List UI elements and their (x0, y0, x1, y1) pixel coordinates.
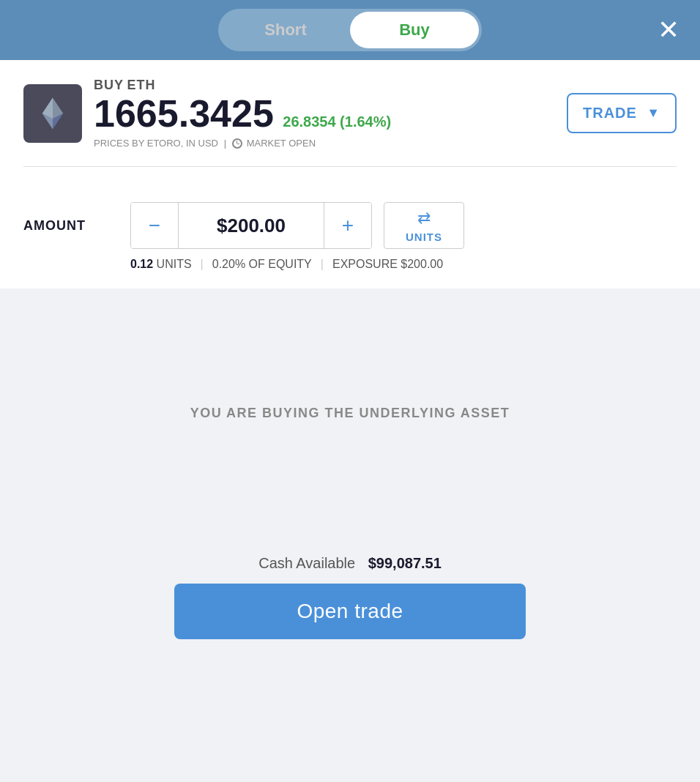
units-count: 0.12 (130, 258, 153, 271)
amount-control: − + (130, 202, 372, 249)
underlying-asset-notice: YOU ARE BUYING THE UNDERLYING ASSET (190, 406, 510, 421)
price-meta: PRICES BY ETORO, IN USD | MARKET OPEN (94, 138, 391, 149)
asset-details: BUY ETH 1665.3425 26.8354 (1.64%) PRICES… (94, 78, 391, 149)
amount-row: AMOUNT − + ⇄ UNITS (23, 202, 677, 249)
header: Short Buy ✕ (0, 0, 700, 60)
clock-icon (232, 138, 242, 149)
asset-row: BUY ETH 1665.3425 26.8354 (1.64%) PRICES… (23, 78, 677, 149)
cash-label: Cash Available (258, 555, 355, 571)
asset-symbol: ETH (127, 78, 155, 92)
chevron-down-icon: ▼ (647, 105, 660, 121)
trade-type-toggle: Short Buy (218, 9, 482, 51)
amount-section: AMOUNT − + ⇄ UNITS 0.12 UNITS | 0.20% OF… (0, 202, 700, 288)
action-label: BUY (94, 78, 124, 92)
price-row: 1665.3425 26.8354 (1.64%) (94, 93, 391, 135)
increase-button[interactable]: + (324, 203, 371, 248)
cash-available: Cash Available $99,087.51 (258, 555, 442, 572)
cash-value: $99,087.51 (368, 555, 442, 571)
asset-section: BUY ETH 1665.3425 26.8354 (1.64%) PRICES… (0, 60, 700, 202)
trade-label: TRADE (583, 105, 637, 122)
eth-logo (23, 84, 82, 143)
units-suffix: UNITS (153, 258, 191, 271)
separator: | (221, 138, 229, 149)
meta-sep-2: | (321, 258, 324, 271)
main-content: YOU ARE BUYING THE UNDERLYING ASSET (0, 288, 700, 537)
buy-button[interactable]: Buy (350, 12, 479, 48)
footer: Cash Available $99,087.51 Open trade (0, 537, 700, 663)
decrease-button[interactable]: − (131, 203, 178, 248)
short-button[interactable]: Short (221, 12, 350, 48)
asset-info: BUY ETH 1665.3425 26.8354 (1.64%) PRICES… (23, 78, 391, 149)
open-trade-button[interactable]: Open trade (174, 584, 526, 639)
price-source: PRICES BY ETORO, IN USD (94, 138, 218, 149)
meta-sep-1: | (201, 258, 204, 271)
trade-dropdown[interactable]: TRADE ▼ (567, 93, 677, 133)
asset-action-symbol: BUY ETH (94, 78, 391, 93)
amount-label: AMOUNT (23, 218, 119, 234)
exposure: EXPOSURE $200.00 (332, 258, 443, 271)
swap-icon: ⇄ (417, 209, 431, 228)
market-status: MARKET OPEN (247, 138, 316, 149)
equity-pct: 0.20% OF EQUITY (212, 258, 312, 271)
close-button[interactable]: ✕ (658, 17, 679, 43)
asset-price: 1665.3425 (94, 92, 274, 135)
section-divider (23, 166, 677, 167)
amount-input[interactable] (178, 203, 324, 248)
units-toggle-button[interactable]: ⇄ UNITS (384, 202, 464, 249)
amount-meta: 0.12 UNITS | 0.20% OF EQUITY | EXPOSURE … (23, 258, 677, 271)
units-label: UNITS (406, 231, 442, 243)
price-change: 26.8354 (1.64%) (283, 113, 391, 130)
